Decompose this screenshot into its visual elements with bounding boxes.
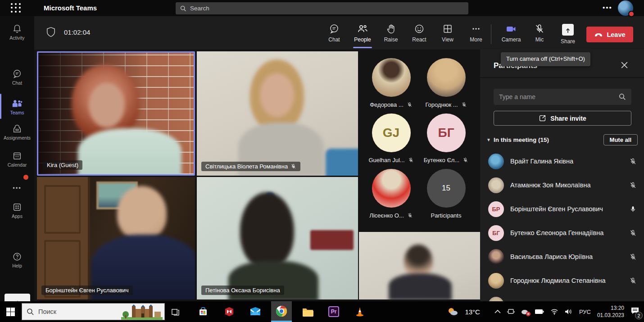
collapse-triangle-icon[interactable]: ▼ — [486, 137, 491, 142]
sidebar-item-label: Teams — [0, 110, 34, 115]
react-button[interactable]: React — [406, 21, 432, 47]
meeting-timer: 01:02:04 — [64, 28, 90, 36]
video-tile-svitlytska[interactable]: Світлицька Віолета Романівна — [197, 51, 358, 176]
participant-row[interactable]: БГ Бутенко Єлеонора Геннадіївна — [488, 223, 637, 243]
castle-doodle[interactable] — [121, 304, 163, 320]
video-tile-borinshtein[interactable]: Борінштейн Євген Руславович — [37, 177, 195, 299]
speaker-icon[interactable] — [565, 308, 573, 315]
chrome-icon — [276, 305, 287, 317]
sidebar-item-calendar[interactable]: Calendar — [0, 150, 34, 168]
people-icon — [357, 23, 368, 34]
mic-off-icon[interactable] — [629, 253, 637, 261]
participant-row[interactable]: Врайт Галина Яківна — [488, 151, 637, 171]
start-button[interactable] — [0, 301, 21, 322]
premiere-pro-button[interactable]: Pr — [323, 301, 344, 322]
sidebar-item-chat[interactable]: Chat — [0, 68, 34, 86]
more-actions-button[interactable]: More — [463, 21, 489, 47]
mcafee-button[interactable] — [219, 301, 240, 322]
share-button-label: Share — [561, 38, 575, 45]
windows-search-box[interactable] — [22, 303, 165, 320]
close-panel-icon[interactable] — [621, 61, 628, 69]
sidebar-item-label: Activity — [0, 35, 34, 41]
weather-icon[interactable] — [447, 307, 458, 316]
mic-off-icon[interactable] — [629, 277, 637, 285]
sidebar-item-help[interactable]: Help — [0, 251, 34, 268]
avatar-cell-liseienko[interactable]: Лісеєнко О... — [361, 169, 422, 219]
mic-on-icon[interactable] — [629, 205, 637, 213]
leave-button[interactable]: Leave — [586, 27, 633, 42]
video-tile-bottom-right[interactable] — [359, 232, 480, 299]
shield-icon[interactable] — [46, 26, 56, 38]
participant-avatar — [488, 177, 504, 193]
microsoft-store-button[interactable] — [193, 301, 213, 322]
avatar-label: Федорова ... — [370, 101, 404, 108]
sidebar-more-button[interactable]: ••• — [0, 185, 34, 191]
sidebar-item-apps[interactable]: Apps — [0, 202, 34, 219]
mic-off-icon[interactable] — [629, 158, 637, 165]
avatar-label: Бутенко Єл... — [424, 157, 459, 163]
mic-off-icon[interactable] — [629, 229, 637, 237]
mic-off-icon[interactable] — [629, 181, 637, 189]
sidebar-item-assignments[interactable]: Assignments — [0, 123, 34, 141]
wifi-icon[interactable] — [550, 308, 558, 315]
clock[interactable]: 13:20 01.03.2023 — [597, 304, 624, 319]
red-shelf-items — [310, 230, 354, 250]
participant-row[interactable]: Атаманюк Зоя Миколаївна — [488, 175, 637, 195]
sidebar-item-teams[interactable]: Teams — [0, 98, 34, 115]
sidebar-item-label: Calendar — [0, 162, 34, 168]
file-explorer-button[interactable] — [297, 301, 318, 322]
chat-button[interactable]: Chat — [321, 21, 347, 47]
avatar-cell-fedorova[interactable]: Федорова ... — [361, 58, 422, 108]
windows-search-input[interactable] — [38, 308, 106, 315]
sidebar-item-activity[interactable]: Activity — [0, 23, 34, 41]
participant-row[interactable]: Городнюк Людмила Степанівна — [488, 271, 637, 290]
weather-temp[interactable]: 13°C — [465, 308, 480, 316]
backpack-icon — [12, 123, 22, 134]
participant-search-input[interactable] — [499, 93, 619, 100]
avatar-cell-butenko[interactable]: БГ Бутенко Єл... — [416, 113, 476, 163]
meeting-section-header: ▼ In this meeting (15) Mute all — [486, 133, 638, 146]
share-button[interactable]: Share — [555, 21, 581, 47]
share-invite-button[interactable]: Share invite — [494, 111, 631, 126]
participant-name: Бутенко Єлеонора Геннадіївна — [510, 229, 603, 236]
avatar-cell-guelhan[interactable]: GJ Guelhan Jul... — [361, 113, 422, 163]
avatar-cell-horodniuk[interactable]: Городнюк ... — [416, 58, 476, 108]
mcafee-tray-icon[interactable] — [521, 309, 529, 315]
participant-name: Васильєва Лариса Юріївна — [510, 253, 593, 260]
tray-chevron-icon[interactable] — [494, 309, 501, 314]
top-search-input[interactable] — [190, 5, 464, 12]
participant-avatar — [488, 154, 504, 169]
top-search-bar[interactable] — [176, 2, 468, 14]
action-center-button[interactable]: 2 — [630, 307, 639, 317]
participant-name: Городнюк Людмила Степанівна — [510, 277, 606, 284]
chrome-button-active[interactable] — [271, 301, 292, 322]
user-avatar[interactable] — [618, 0, 633, 16]
battery-icon[interactable] — [535, 309, 544, 314]
people-button-label: People — [354, 36, 371, 43]
avatar-cell-participants-count[interactable]: 15 Participants — [416, 169, 476, 219]
topbar-more-button[interactable]: ••• — [603, 4, 612, 11]
language-indicator[interactable]: РУС — [579, 308, 591, 315]
windows-taskbar: Pr 13°C — [0, 301, 644, 322]
mic-button[interactable]: Mic — [526, 21, 553, 47]
avatar-photo — [372, 58, 411, 97]
react-button-label: React — [412, 36, 426, 43]
participant-row[interactable]: БР Борінштейн Євген Руславович — [488, 199, 637, 219]
video-tile-kira[interactable]: Kira (Guest) — [37, 51, 195, 176]
video-tile-petinova[interactable]: Петінова Оксана Борисівна — [197, 177, 358, 299]
vlc-button[interactable] — [349, 301, 370, 322]
camera-button[interactable]: Camera — [498, 21, 524, 47]
raise-hand-button[interactable]: Raise — [378, 21, 404, 47]
participant-search-bar[interactable] — [494, 89, 631, 105]
participant-avatar-initials: БР — [488, 201, 504, 217]
mute-all-button[interactable]: Mute all — [603, 134, 638, 145]
people-button[interactable]: People — [349, 21, 376, 47]
app-launcher-icon[interactable] — [11, 3, 22, 13]
device-sync-icon[interactable] — [507, 308, 515, 315]
person-head — [117, 186, 167, 240]
view-button[interactable]: View — [435, 21, 461, 47]
mail-button[interactable] — [245, 301, 266, 322]
task-view-icon — [171, 308, 180, 316]
task-view-button[interactable] — [165, 301, 186, 322]
participant-row[interactable]: Васильєва Лариса Юріївна — [488, 247, 637, 267]
